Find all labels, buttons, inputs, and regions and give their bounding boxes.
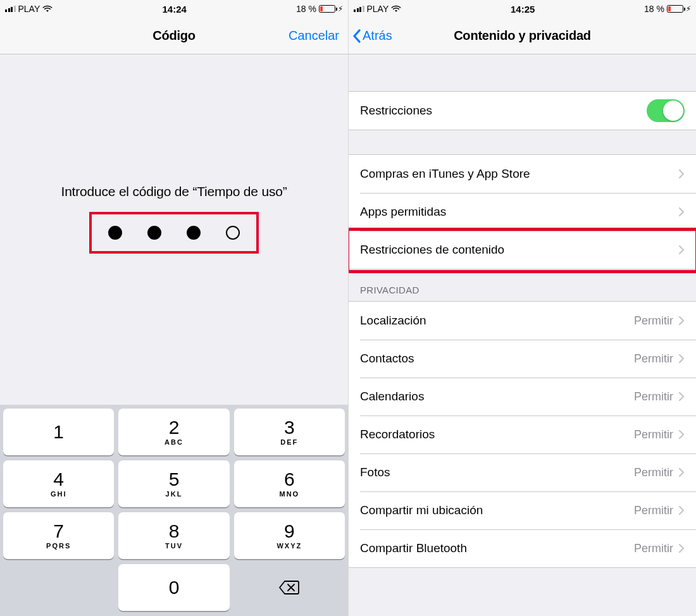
cancel-button[interactable]: Cancelar bbox=[289, 18, 339, 54]
passcode-dot bbox=[187, 226, 201, 240]
key-letters: DEF bbox=[280, 438, 298, 446]
row-value: Permitir bbox=[634, 504, 673, 517]
passcode-dot bbox=[226, 226, 240, 240]
nav-title: Contenido y privacidad bbox=[454, 28, 591, 43]
chevron-right-icon bbox=[678, 169, 685, 179]
key-letters: PQRS bbox=[46, 542, 71, 550]
status-time: 14:24 bbox=[162, 4, 186, 15]
passcode-dot bbox=[147, 226, 161, 240]
status-bar: PLAY 14:25 18 % ⚡︎ bbox=[349, 0, 696, 18]
key-digit: 4 bbox=[53, 470, 64, 489]
chevron-left-icon bbox=[352, 29, 361, 43]
settings-row[interactable]: LocalizaciónPermitir bbox=[349, 302, 696, 340]
passcode-dots bbox=[108, 226, 240, 240]
signal-icon bbox=[5, 6, 16, 12]
charging-icon: ⚡︎ bbox=[686, 4, 691, 13]
passcode-dot bbox=[108, 226, 122, 240]
key-letters: MNO bbox=[279, 490, 299, 498]
back-label: Atrás bbox=[363, 28, 392, 43]
passcode-prompt: Introduce el código de “Tiempo de uso” bbox=[61, 184, 287, 199]
key-digit: 6 bbox=[284, 470, 295, 489]
battery-pct: 18 % bbox=[644, 4, 664, 14]
passcode-screen: PLAY 14:24 18 % ⚡︎ Código Cancelar Intro… bbox=[0, 0, 348, 616]
settings-row[interactable]: Restricciones de contenido bbox=[349, 231, 696, 269]
settings-row[interactable]: ContactosPermitir bbox=[349, 340, 696, 378]
row-value: Permitir bbox=[634, 390, 673, 403]
carrier-label: PLAY bbox=[18, 4, 40, 14]
chevron-right-icon bbox=[678, 467, 685, 477]
row-label: Recordatorios bbox=[360, 428, 634, 441]
keypad-key-6[interactable]: 6MNO bbox=[234, 460, 345, 507]
settings-row[interactable]: Apps permitidas bbox=[349, 193, 696, 231]
chevron-right-icon bbox=[678, 505, 685, 515]
row-label: Compras en iTunes y App Store bbox=[360, 167, 678, 181]
restrictions-toggle[interactable] bbox=[647, 99, 685, 122]
back-button[interactable]: Atrás bbox=[352, 18, 392, 54]
row-label: Apps permitidas bbox=[360, 205, 678, 219]
row-label: Calendarios bbox=[360, 390, 634, 403]
carrier-label: PLAY bbox=[367, 4, 389, 14]
chevron-right-icon bbox=[678, 316, 685, 326]
keypad-key-4[interactable]: 4GHI bbox=[3, 460, 114, 507]
row-value: Permitir bbox=[634, 428, 673, 441]
restrictions-label: Restricciones bbox=[360, 104, 647, 118]
keypad-key-1[interactable]: 1 bbox=[3, 409, 114, 455]
signal-icon bbox=[354, 6, 364, 12]
status-time: 14:25 bbox=[511, 4, 535, 15]
battery-icon bbox=[667, 5, 683, 13]
wifi-icon bbox=[42, 5, 53, 13]
row-value: Permitir bbox=[634, 314, 673, 328]
passcode-dots-highlight bbox=[89, 212, 259, 254]
chevron-right-icon bbox=[678, 429, 685, 440]
key-digit: 0 bbox=[169, 578, 180, 597]
row-label: Localización bbox=[360, 314, 634, 328]
key-letters: JKL bbox=[166, 490, 183, 498]
chevron-right-icon bbox=[678, 354, 685, 364]
keypad-key-8[interactable]: 8TUV bbox=[118, 512, 229, 559]
charging-icon: ⚡︎ bbox=[338, 4, 343, 13]
wifi-icon bbox=[391, 5, 401, 13]
key-digit: 8 bbox=[169, 522, 180, 541]
key-letters: ABC bbox=[165, 438, 183, 446]
row-value: Permitir bbox=[634, 466, 673, 479]
row-value: Permitir bbox=[634, 542, 673, 555]
settings-row[interactable]: Compras en iTunes y App Store bbox=[349, 155, 696, 193]
key-digit: 5 bbox=[169, 470, 180, 489]
key-letters: WXYZ bbox=[277, 542, 302, 550]
settings-row[interactable]: CalendariosPermitir bbox=[349, 378, 696, 416]
chevron-right-icon bbox=[678, 543, 685, 553]
keypad-key-7[interactable]: 7PQRS bbox=[3, 512, 114, 559]
nav-bar: Atrás Contenido y privacidad bbox=[349, 18, 696, 54]
key-digit: 1 bbox=[53, 422, 64, 441]
row-label: Compartir Bluetooth bbox=[360, 541, 634, 555]
key-letters: TUV bbox=[165, 542, 183, 550]
chevron-right-icon bbox=[678, 391, 685, 402]
settings-row[interactable]: RecordatoriosPermitir bbox=[349, 416, 696, 453]
settings-row[interactable]: FotosPermitir bbox=[349, 453, 696, 491]
chevron-right-icon bbox=[678, 207, 685, 217]
keypad-key-5[interactable]: 5JKL bbox=[118, 460, 229, 507]
row-label: Fotos bbox=[360, 465, 634, 479]
backspace-icon bbox=[278, 579, 300, 596]
row-label: Compartir mi ubicación bbox=[360, 503, 634, 517]
row-value: Permitir bbox=[634, 352, 673, 366]
chevron-right-icon bbox=[678, 245, 685, 255]
numeric-keypad: 12ABC3DEF4GHI5JKL6MNO7PQRS8TUV9WXYZ0 bbox=[0, 405, 348, 616]
keypad-key-0[interactable]: 0 bbox=[118, 564, 229, 611]
restrictions-toggle-row[interactable]: Restricciones bbox=[349, 92, 696, 130]
content-privacy-screen: PLAY 14:25 18 % ⚡︎ Atrás Contenido y pri… bbox=[348, 0, 696, 616]
keypad-delete[interactable] bbox=[234, 564, 345, 611]
keypad-key-3[interactable]: 3DEF bbox=[234, 409, 345, 455]
battery-icon bbox=[319, 5, 335, 13]
key-digit: 3 bbox=[284, 418, 295, 437]
keypad-key-2[interactable]: 2ABC bbox=[118, 409, 229, 455]
key-digit: 9 bbox=[284, 522, 295, 541]
status-bar: PLAY 14:24 18 % ⚡︎ bbox=[0, 0, 348, 18]
row-label: Contactos bbox=[360, 352, 634, 366]
battery-pct: 18 % bbox=[296, 4, 316, 14]
nav-title: Código bbox=[152, 28, 196, 43]
key-digit: 2 bbox=[169, 418, 180, 437]
keypad-key-9[interactable]: 9WXYZ bbox=[234, 512, 345, 559]
settings-row[interactable]: Compartir BluetoothPermitir bbox=[349, 529, 696, 567]
settings-row[interactable]: Compartir mi ubicaciónPermitir bbox=[349, 491, 696, 529]
